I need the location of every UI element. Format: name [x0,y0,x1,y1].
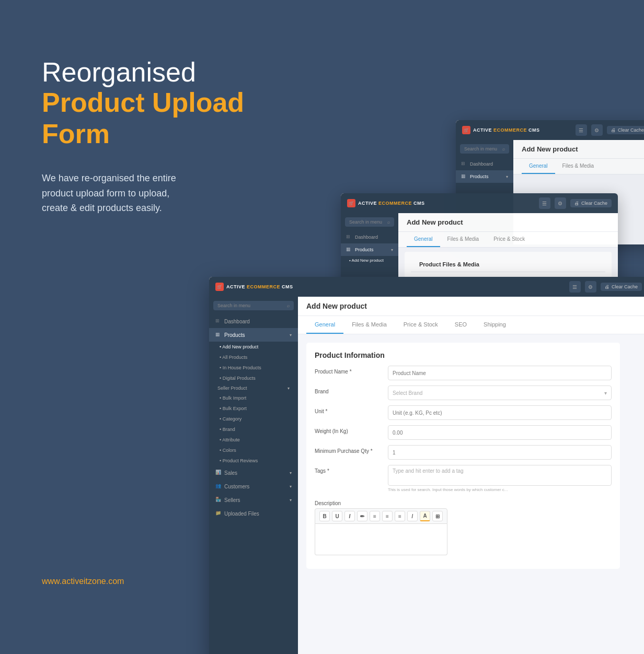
editor-container: B U I ✏ ≡ ≡ ≡ / A ⊞ [315,508,447,555]
logo-mid: 🛒 ACTIVE ECOMMERCE CMS [347,199,425,207]
input-tags[interactable]: Type and hit enter to add a tag [388,465,612,486]
tab-files-mid[interactable]: Files & Media [440,232,487,247]
settings-btn-front[interactable] [585,281,596,293]
sidebar-products-front[interactable]: ▦ Products ▾ [209,328,298,342]
sidebar-bulk-import-front[interactable]: Bulk Import [209,393,298,403]
sidebar-bulk-export-front[interactable]: Bulk Export [209,403,298,414]
label-weight: Weight (In Kg) [315,425,383,434]
tab-general-back[interactable]: General [522,159,555,174]
editor-bold[interactable]: B [319,511,330,521]
header-actions-back: Clear Cache [576,124,644,136]
sidebar-add-product-mid[interactable]: Add New product [341,256,398,265]
form-area-front: Product Information Product Name * Brand… [298,334,644,577]
label-min-purchase: Minimum Purchase Qty * [315,445,383,454]
tags-container: Type and hit enter to add a tag This is … [388,465,612,492]
form-row-description: Description B U I ✏ ≡ ≡ ≡ / [315,497,612,555]
tab-price-front[interactable]: Price & Stock [395,316,446,334]
select-brand[interactable]: Select Brand ▾ [388,386,612,400]
page-header-back: Add New product [513,140,644,159]
form-card-front: Product Information Product Name * Brand… [306,343,620,569]
editor-link[interactable]: / [407,511,418,521]
input-unit[interactable] [388,405,612,420]
editor-toolbar: B U I ✏ ≡ ≡ ≡ / A ⊞ [315,508,447,524]
sidebar-customers-front[interactable]: 👥 Customers ▾ [209,480,298,493]
dashboard-icon-back: ⊞ [461,161,467,167]
editor-align[interactable]: ≡ [395,511,405,521]
tab-price-mid[interactable]: Price & Stock [486,232,532,247]
input-weight[interactable] [388,425,612,440]
website-link[interactable]: www.activeitzone.com [42,577,124,586]
editor-table[interactable]: ⊞ [432,511,443,521]
editor-color-a[interactable]: A [420,511,430,521]
logo-text-back: ACTIVE ECOMMERCE CMS [473,127,540,133]
logo-icon-mid: 🛒 [347,199,355,207]
logo-front: 🛒 ACTIVE ECOMMERCE CMS [215,283,293,291]
tags-helper-text: This is used for search. Input those wor… [388,487,612,492]
label-unit: Unit * [315,405,383,414]
mid-form-card: Product Files & Media [405,252,612,277]
tab-nav-mid: General Files & Media Price & Stock [398,232,618,248]
page-header-mid: Add New product [398,213,618,232]
sidebar-dashboard-back[interactable]: ⊞ Dashboard [456,158,513,170]
tab-seo-front[interactable]: SEO [446,316,475,334]
sidebar-all-products-front[interactable]: All Products [209,352,298,363]
page-header-front: Add New product [298,297,644,316]
form-row-tags: Tags * Type and hit enter to add a tag T… [315,465,612,492]
settings-btn-back[interactable] [591,124,603,136]
editor-area[interactable] [315,524,447,555]
editor-pen[interactable]: ✏ [357,511,367,521]
input-min-purchase[interactable] [388,445,612,460]
search-mid[interactable]: Search in menu ⌕ [345,217,394,227]
sidebar-brand-front[interactable]: Brand [209,424,298,435]
main-front: Add New product General Files & Media Pr… [298,297,644,654]
sidebar-attribute-front[interactable]: Attribute [209,435,298,445]
hero-description: We have re-organised the entire product … [42,171,261,216]
section-header-mid: Product Files & Media [411,257,605,272]
sidebar-sales-front[interactable]: 📊 Sales ▾ [209,466,298,480]
tab-shipping-front[interactable]: Shipping [475,316,514,334]
sidebar-in-house-front[interactable]: In House Products [209,363,298,373]
editor-italic[interactable]: I [344,511,355,521]
label-brand: Brand [315,386,383,394]
search-back[interactable]: Search in menu ⌕ [460,144,509,154]
settings-btn-mid[interactable] [555,197,566,209]
tab-general-front[interactable]: General [306,316,343,334]
hamburger-btn-mid[interactable] [539,197,550,209]
sidebar-products-mid[interactable]: ▦ Products ▾ [341,243,398,256]
clear-cache-btn-front[interactable]: Clear Cache [601,283,642,291]
sidebar-uploaded-files-front[interactable]: 📁 Uploaded Files [209,507,298,520]
sidebar-reviews-front[interactable]: Product Reviews [209,456,298,466]
tab-files-media-back[interactable]: Files & Media [555,159,602,174]
files-icon-front: 📁 [215,510,222,517]
sidebar-dashboard-front[interactable]: ⊞ Dashboard [209,314,298,328]
clear-cache-btn-mid[interactable]: Clear Cache [570,199,612,207]
search-front[interactable]: Search in menu ⌕ [213,301,294,310]
hamburger-btn-front[interactable] [569,281,581,293]
logo-text-mid: ACTIVE ECOMMERCE CMS [358,201,425,206]
sidebar-colors-front[interactable]: Colors [209,445,298,456]
header-actions-mid: Clear Cache [539,197,612,209]
tab-general-mid[interactable]: General [407,232,440,247]
tab-files-front[interactable]: Files & Media [343,316,395,334]
sidebar-dashboard-mid[interactable]: ⊞ Dashboard [341,231,398,243]
sidebar-front: Search in menu ⌕ ⊞ Dashboard ▦ Products … [209,297,298,654]
sidebar-products-back[interactable]: ▦ Products ▾ [456,170,513,183]
sidebar-seller-front[interactable]: Seller Product ▾ [209,383,298,393]
sidebar-add-product-front[interactable]: Add New product [209,342,298,352]
editor-list2[interactable]: ≡ [382,511,393,521]
hamburger-btn-back[interactable] [576,124,587,136]
sidebar-category-front[interactable]: Category [209,414,298,424]
sidebar-sellers-front[interactable]: 🏪 Sellers ▾ [209,493,298,507]
form-row-product-name: Product Name * [315,366,612,380]
customers-icon-front: 👥 [215,483,222,489]
input-product-name[interactable] [388,366,612,380]
products-icon-back: ▦ [461,173,467,180]
clear-cache-btn-back[interactable]: Clear Cache [607,126,644,134]
window-mid-header: 🛒 ACTIVE ECOMMERCE CMS Clear Cache [341,193,618,213]
sidebar-digital-front[interactable]: Digital Products [209,373,298,383]
editor-list1[interactable]: ≡ [370,511,380,521]
products-icon-mid: ▦ [346,247,352,253]
logo-icon-front: 🛒 [215,283,224,291]
dashboard-icon-mid: ⊞ [346,234,352,240]
editor-underline[interactable]: U [332,511,342,521]
